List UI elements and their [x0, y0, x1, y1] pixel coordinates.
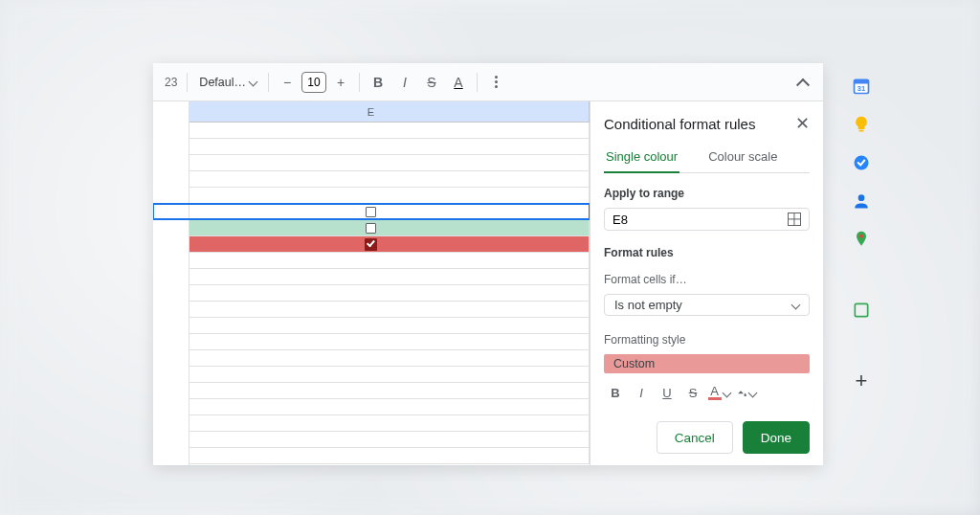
row: [153, 171, 590, 188]
condition-value: Is not empty: [614, 298, 682, 312]
checkbox-checked-icon[interactable]: [365, 238, 377, 251]
contacts-icon[interactable]: [852, 191, 871, 211]
checkbox-empty-icon[interactable]: [366, 207, 376, 217]
cell[interactable]: [153, 432, 590, 447]
strikethrough-button[interactable]: S: [419, 70, 444, 95]
row: [153, 269, 590, 285]
column-header-e[interactable]: E: [153, 101, 590, 123]
cell-selected[interactable]: [153, 204, 590, 219]
row: [153, 399, 590, 415]
toolbar-divider: [477, 73, 478, 92]
row: [153, 350, 590, 367]
more-vert-icon: [495, 76, 498, 88]
row: [153, 139, 590, 155]
row: [153, 155, 590, 171]
more-options-button[interactable]: [483, 70, 508, 95]
row: [153, 383, 590, 399]
conditional-format-panel: Conditional format rules ✕ Single colour…: [590, 101, 823, 465]
get-addons-button[interactable]: +: [852, 371, 871, 391]
addon-icon[interactable]: [852, 301, 871, 320]
toolbar-divider: [359, 73, 360, 92]
style-strike-button[interactable]: S: [681, 381, 704, 404]
style-fill-color-button[interactable]: [733, 381, 756, 404]
cell[interactable]: [153, 139, 590, 154]
font-family-label: Defaul…: [199, 76, 246, 89]
cell[interactable]: [153, 220, 590, 235]
cell[interactable]: [153, 285, 590, 301]
cell[interactable]: [153, 448, 590, 463]
chevron-down-icon: [724, 390, 730, 396]
collapse-toolbar-button[interactable]: [791, 70, 815, 95]
svg-point-6: [859, 235, 863, 238]
font-size-increase-button[interactable]: +: [328, 70, 353, 95]
row: [153, 432, 590, 448]
row-header-gutter: [153, 101, 189, 465]
toolbar: 23 Defaul… − + B I S A: [153, 63, 823, 101]
svg-point-5: [858, 194, 865, 201]
cell[interactable]: [153, 269, 590, 284]
cell[interactable]: [153, 415, 590, 431]
row: [153, 188, 590, 204]
range-text-field[interactable]: [612, 213, 788, 227]
row: [153, 204, 590, 220]
checkbox-empty-icon[interactable]: [366, 223, 376, 234]
cell[interactable]: [153, 367, 590, 382]
format-rules-heading: Format rules: [604, 246, 810, 259]
row: [153, 285, 590, 302]
style-bold-button[interactable]: B: [604, 381, 627, 404]
range-picker-icon[interactable]: [788, 213, 801, 226]
cancel-button[interactable]: Cancel: [657, 421, 733, 454]
svg-text:31: 31: [858, 84, 865, 93]
font-size-input[interactable]: [301, 72, 326, 93]
spreadsheet-grid[interactable]: E: [153, 101, 590, 465]
row: [153, 123, 590, 139]
font-size-decrease-button[interactable]: −: [275, 70, 300, 95]
bold-button[interactable]: B: [366, 70, 390, 95]
close-panel-button[interactable]: ✕: [795, 115, 810, 132]
style-italic-button[interactable]: I: [630, 381, 653, 404]
cell[interactable]: [153, 383, 590, 398]
style-text-color-button[interactable]: A: [707, 381, 730, 404]
tasks-icon[interactable]: [852, 153, 871, 172]
text-color-icon: A: [708, 385, 722, 400]
cell[interactable]: [153, 188, 590, 203]
cell[interactable]: [153, 318, 590, 333]
style-underline-button[interactable]: U: [656, 381, 679, 404]
row: [153, 448, 590, 464]
chevron-down-icon: [250, 78, 256, 85]
row: [153, 415, 590, 432]
italic-button[interactable]: I: [392, 70, 417, 95]
svg-rect-7: [855, 303, 867, 316]
text-color-button[interactable]: A: [446, 70, 471, 95]
zoom-fragment: 23: [161, 76, 181, 89]
row: [153, 367, 590, 383]
cell[interactable]: [153, 253, 590, 268]
toolbar-divider: [268, 73, 269, 92]
tab-single-colour[interactable]: Single colour: [604, 142, 679, 173]
tab-colour-scale[interactable]: Colour scale: [706, 142, 779, 172]
maps-icon[interactable]: [852, 230, 871, 249]
cell[interactable]: [153, 236, 590, 252]
condition-dropdown[interactable]: Is not empty: [604, 294, 810, 316]
style-toolbar: B I U S A: [604, 377, 810, 408]
cell[interactable]: [153, 399, 590, 414]
panel-title: Conditional format rules: [604, 116, 755, 132]
cell[interactable]: [153, 155, 590, 170]
font-family-select[interactable]: Defaul…: [193, 72, 262, 93]
cell[interactable]: [153, 171, 590, 187]
range-input[interactable]: [604, 208, 810, 231]
row: [153, 220, 590, 236]
panel-buttons: Cancel Done: [604, 421, 810, 454]
main-area: E: [153, 101, 823, 465]
style-preview[interactable]: Custom: [604, 354, 810, 373]
calendar-icon[interactable]: 31: [852, 77, 871, 96]
cell[interactable]: [153, 123, 590, 138]
formatting-style-label: Formatting style: [604, 333, 810, 347]
cell[interactable]: [153, 334, 590, 349]
apply-range-heading: Apply to range: [604, 187, 810, 200]
row: [153, 334, 590, 350]
cell[interactable]: [153, 302, 590, 317]
keep-icon[interactable]: [852, 115, 871, 134]
done-button[interactable]: Done: [743, 421, 810, 454]
cell[interactable]: [153, 350, 590, 366]
